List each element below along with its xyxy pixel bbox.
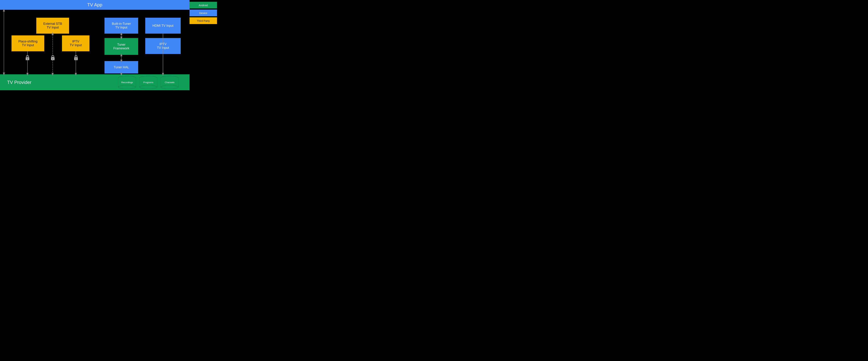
tuner-hal-box: Tuner HAL xyxy=(104,61,138,73)
svg-point-18 xyxy=(75,58,76,59)
iptv-right-box: IPTV TV Input xyxy=(145,38,181,54)
external-stb-box: External STB TV Input xyxy=(36,18,69,34)
svg-point-12 xyxy=(27,58,28,59)
built-in-tuner-box: Built-in-Tuner TV Input xyxy=(104,18,138,34)
tuner-framework-box: Tuner Framework xyxy=(104,38,138,55)
recordings-cylinder: Recordings xyxy=(118,76,136,89)
lock-icon-place-shifting xyxy=(25,55,30,61)
programs-cylinder: Programs xyxy=(139,76,158,89)
svg-point-15 xyxy=(52,58,53,59)
channels-cylinder: Channels xyxy=(160,76,179,89)
svg-point-23 xyxy=(140,85,157,89)
lock-icon-external-stb xyxy=(51,55,55,61)
svg-point-21 xyxy=(118,85,136,89)
legend-device: Device xyxy=(190,9,217,16)
legend: Android Device Third Party xyxy=(190,2,217,24)
svg-point-25 xyxy=(161,85,178,89)
tv-provider-label: TV Provider xyxy=(7,79,31,85)
hdmi-tv-input-box: HDMI TV Input xyxy=(145,18,181,34)
iptv-left-box: IPTV TV Input xyxy=(62,35,89,51)
lock-icon-iptv-left xyxy=(74,55,78,61)
legend-android: Android xyxy=(190,2,217,8)
legend-third-party: Third Party xyxy=(190,17,217,24)
tv-app-label: TV App xyxy=(87,2,102,8)
place-shifting-box: Place-shifting TV Input xyxy=(11,35,44,51)
tv-app-header: TV App xyxy=(0,0,190,10)
